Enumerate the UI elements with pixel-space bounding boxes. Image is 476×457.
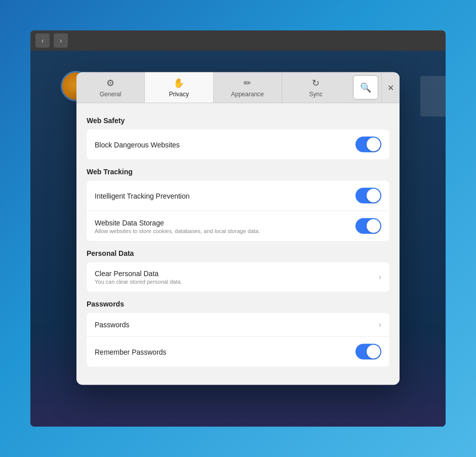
toggle-knob — [367, 138, 380, 151]
tab-sync-label: Sync — [309, 91, 323, 98]
toggle-knob-2 — [367, 189, 380, 203]
tab-general[interactable]: ⚙ General — [76, 72, 145, 103]
gear-icon: ⚙ — [106, 78, 114, 89]
website-data-storage-label: Website Data Storage — [95, 218, 260, 226]
search-button[interactable]: 🔍 — [353, 75, 378, 100]
website-data-storage-toggle[interactable] — [355, 218, 381, 234]
tab-privacy[interactable]: ✋ Privacy — [145, 72, 213, 103]
settings-content: Web Safety Block Dangerous Websites Web … — [76, 103, 400, 385]
remember-passwords-text: Remember Passwords — [95, 348, 167, 356]
pencil-icon: ✏ — [244, 78, 251, 89]
web-tracking-card: Intelligent Tracking Prevention Website … — [87, 181, 389, 241]
web-safety-title: Web Safety — [87, 117, 389, 125]
website-data-storage-row: Website Data Storage Allow websites to s… — [87, 211, 389, 241]
block-dangerous-row: Block Dangerous Websites — [87, 130, 389, 160]
tab-sync[interactable]: ↻ Sync — [282, 72, 350, 103]
web-tracking-title: Web Tracking — [87, 168, 389, 176]
website-data-storage-sublabel: Allow websites to store cookies, databas… — [95, 227, 260, 234]
settings-modal: ⚙ General ✋ Privacy ✏ Appearance ↻ Sync … — [76, 72, 400, 385]
tab-privacy-label: Privacy — [169, 91, 189, 98]
tab-general-label: General — [100, 91, 122, 98]
passwords-card: Passwords › Remember Passwords — [87, 313, 389, 367]
clear-personal-data-sublabel: You can clear stored personal data. — [95, 279, 182, 285]
chevron-right-icon: › — [379, 273, 381, 282]
tab-bar: ⚙ General ✋ Privacy ✏ Appearance ↻ Sync … — [76, 72, 400, 103]
passwords-title: Passwords — [87, 300, 389, 308]
sync-icon: ↻ — [312, 78, 320, 89]
intelligent-tracking-label: Intelligent Tracking Prevention — [95, 192, 190, 200]
clear-personal-data-label: Clear Personal Data — [95, 270, 182, 278]
hand-icon: ✋ — [173, 78, 184, 89]
remember-passwords-row: Remember Passwords — [87, 337, 389, 367]
block-dangerous-text: Block Dangerous Websites — [95, 140, 180, 148]
passwords-row-text: Passwords — [95, 321, 129, 329]
close-button[interactable]: ✕ — [381, 72, 400, 103]
remember-passwords-toggle[interactable] — [355, 344, 381, 360]
intelligent-tracking-text: Intelligent Tracking Prevention — [95, 192, 190, 200]
website-data-storage-text: Website Data Storage Allow websites to s… — [95, 218, 260, 234]
remember-passwords-label: Remember Passwords — [95, 348, 167, 356]
clear-personal-data-row[interactable]: Clear Personal Data You can clear stored… — [87, 262, 389, 292]
tab-appearance[interactable]: ✏ Appearance — [214, 72, 282, 103]
chevron-right-icon-2: › — [379, 320, 381, 329]
intelligent-tracking-toggle[interactable] — [355, 188, 381, 204]
personal-data-title: Personal Data — [87, 249, 389, 257]
intelligent-tracking-row: Intelligent Tracking Prevention — [87, 181, 389, 211]
passwords-row[interactable]: Passwords › — [87, 313, 389, 337]
browser-bg-panel — [420, 76, 446, 117]
bg-back-btn: ‹ — [35, 33, 50, 48]
clear-personal-data-text: Clear Personal Data You can clear stored… — [95, 270, 182, 285]
close-icon: ✕ — [387, 83, 394, 92]
personal-data-card: Clear Personal Data You can clear stored… — [87, 262, 389, 292]
bg-forward-btn: › — [54, 33, 68, 48]
tab-appearance-label: Appearance — [231, 91, 264, 98]
block-dangerous-toggle[interactable] — [355, 137, 381, 153]
passwords-label: Passwords — [95, 321, 129, 329]
web-safety-card: Block Dangerous Websites — [87, 130, 389, 160]
toggle-knob-4 — [367, 345, 380, 359]
toggle-knob-3 — [367, 219, 380, 233]
search-icon: 🔍 — [360, 82, 371, 93]
block-dangerous-label: Block Dangerous Websites — [95, 140, 180, 148]
